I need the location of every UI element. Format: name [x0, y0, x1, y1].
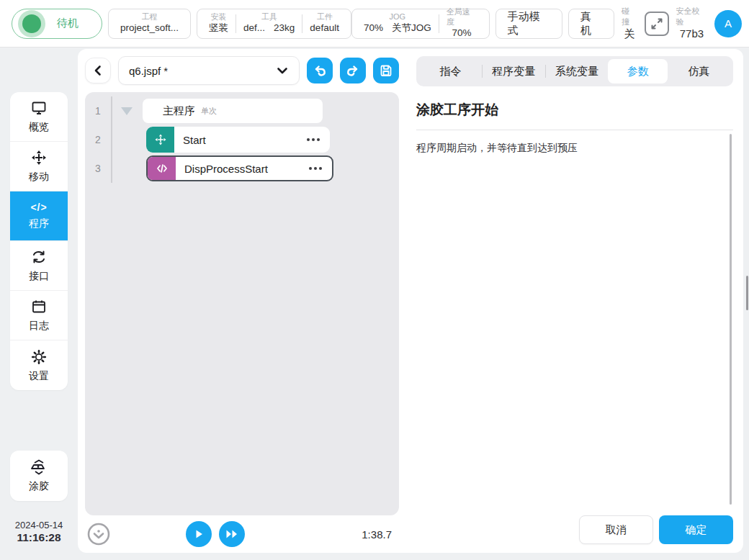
- manual-mode-button[interactable]: 手动模式: [495, 9, 563, 39]
- parameter-title: 涂胶工序开始: [416, 101, 733, 119]
- start-instruction-block[interactable]: Start: [146, 127, 330, 153]
- save-icon: [379, 63, 393, 78]
- user-avatar[interactable]: A: [714, 10, 742, 37]
- fullscreen-button[interactable]: [645, 12, 669, 36]
- calendar-icon: [30, 298, 48, 315]
- global-speed-value: 70%: [452, 27, 472, 40]
- mount-value: 竖装: [209, 22, 228, 35]
- redo-icon: [346, 63, 360, 78]
- divider: [545, 65, 546, 78]
- project-value: project_soft...: [120, 22, 179, 35]
- global-speed-label: 全局速度: [447, 7, 477, 27]
- sidebar-item-label: 概览: [29, 121, 49, 134]
- mount-label: 安装: [211, 12, 227, 22]
- divider: [482, 65, 483, 78]
- program-row-main: 1 主程序 单次: [85, 96, 399, 125]
- panel-scrollbar[interactable]: [730, 134, 732, 505]
- safety-check-indicator: 安全校验 77b3: [675, 6, 709, 40]
- sidebar-item-label: 设置: [29, 370, 49, 383]
- sidebar-item-label: 涂胶: [29, 480, 49, 493]
- tab-simulation[interactable]: 仿真: [669, 59, 729, 83]
- setup-box[interactable]: 安装 竖装 工具 def... 23kg 工件 default: [197, 9, 351, 39]
- cancel-button[interactable]: 取消: [579, 515, 653, 544]
- detail-tabbar: 指令 程序变量 系统变量 参数 仿真: [416, 56, 733, 86]
- more-menu-icon[interactable]: [307, 138, 330, 141]
- robot-status-label: 待机: [41, 17, 94, 30]
- project-label: 工程: [142, 12, 158, 22]
- glue-dispense-icon: [30, 459, 48, 477]
- main-program-block[interactable]: 主程序 单次: [143, 99, 323, 123]
- run-mode-tag: 单次: [201, 106, 217, 117]
- main-panel: q6.jspf *: [78, 49, 743, 553]
- code-icon: </>: [30, 202, 47, 213]
- sidebar-item-label: 日志: [29, 320, 49, 333]
- disp-process-start-block[interactable]: DispProcessStart: [146, 155, 333, 181]
- tool-label: 工具: [261, 12, 277, 22]
- sidebar-item-log[interactable]: 日志: [10, 291, 68, 340]
- sidebar-item-label: 程序: [29, 217, 49, 230]
- redo-button[interactable]: [340, 58, 366, 83]
- time-label: 11:16:28: [15, 531, 63, 544]
- sidebar-item-move[interactable]: 移动: [10, 142, 68, 191]
- scroll-to-bottom-icon[interactable]: [86, 522, 111, 546]
- cycle-time-label: 1:38.7: [362, 528, 398, 541]
- speed-box[interactable]: JOG 70% 关节JOG 全局速度 70%: [351, 9, 490, 39]
- line-number: 3: [85, 163, 111, 174]
- datetime: 2024-05-14 11:16:28: [15, 520, 63, 544]
- program-row-dispprocessstart: 3 DispProcessStart: [85, 154, 399, 183]
- sync-arrows-icon: [30, 248, 48, 266]
- detail-panel: 指令 程序变量 系统变量 参数 仿真 涂胶工序开始 程序周期启动，并等待直到达到…: [405, 49, 743, 553]
- sidebar-item-settings[interactable]: 设置: [10, 340, 68, 390]
- main-program-label: 主程序: [163, 104, 195, 118]
- sidebar-item-label: 接口: [29, 270, 49, 283]
- confirm-button[interactable]: 确定: [659, 515, 733, 544]
- step-run-button[interactable]: [219, 521, 245, 547]
- collision-indicator: 碰撞 关: [620, 6, 639, 40]
- real-machine-button[interactable]: 真机: [568, 9, 614, 39]
- back-button[interactable]: [85, 58, 111, 83]
- fast-forward-icon: [225, 529, 238, 539]
- jog-mode: 关节JOG: [392, 22, 431, 35]
- sidebar-item-overview[interactable]: 概览: [10, 92, 68, 142]
- program-file-select[interactable]: q6.jspf *: [118, 56, 300, 85]
- save-button[interactable]: [373, 58, 399, 83]
- sidebar-item-label: 移动: [29, 171, 49, 184]
- run-button[interactable]: [186, 521, 212, 547]
- sidebar-item-glue[interactable]: 涂胶: [10, 451, 68, 501]
- divider: [416, 130, 733, 130]
- expand-arrows-icon: [650, 17, 664, 31]
- status-dot-icon: [22, 14, 41, 33]
- workpiece-value: default: [310, 22, 339, 35]
- tab-parameters[interactable]: 参数: [608, 59, 668, 83]
- tab-system-variables[interactable]: 系统变量: [547, 59, 607, 83]
- program-file-name: q6.jspf *: [129, 65, 276, 77]
- program-editor: q6.jspf *: [78, 49, 405, 553]
- sidebar: 概览 移动 </> 程序 接口: [0, 48, 78, 560]
- chevron-down-icon: [276, 64, 289, 77]
- sidebar-nav: 概览 移动 </> 程序 接口: [10, 92, 68, 390]
- tab-program-variables[interactable]: 程序变量: [484, 59, 544, 83]
- move-instruction-icon: [146, 127, 174, 153]
- tool-name: def...: [243, 22, 265, 35]
- undo-button[interactable]: [307, 58, 333, 83]
- sidebar-item-program[interactable]: </> 程序: [10, 191, 68, 241]
- line-number: 2: [85, 134, 111, 145]
- instruction-label: Start: [183, 134, 206, 146]
- monitor-icon: [30, 99, 48, 117]
- project-box[interactable]: 工程 project_soft...: [108, 9, 191, 39]
- tab-instruction[interactable]: 指令: [421, 59, 480, 83]
- robot-status-pill[interactable]: 待机: [12, 9, 102, 39]
- program-tree: 1 主程序 单次 2: [85, 92, 399, 515]
- line-number: 1: [85, 105, 111, 117]
- safety-label: 安全校验: [676, 6, 708, 27]
- collapse-triangle-icon[interactable]: [121, 107, 133, 115]
- undo-icon: [313, 63, 327, 78]
- parameter-description: 程序周期启动，并等待直到达到预压: [416, 142, 733, 155]
- chevron-left-icon: [91, 64, 104, 77]
- safety-value: 77b3: [680, 27, 704, 41]
- sidebar-item-interface[interactable]: 接口: [10, 241, 68, 291]
- window-scrollbar-thumb[interactable]: [746, 276, 748, 310]
- code-instruction-icon: [148, 157, 176, 180]
- more-menu-icon[interactable]: [309, 167, 332, 170]
- tool-payload: 23kg: [274, 22, 295, 35]
